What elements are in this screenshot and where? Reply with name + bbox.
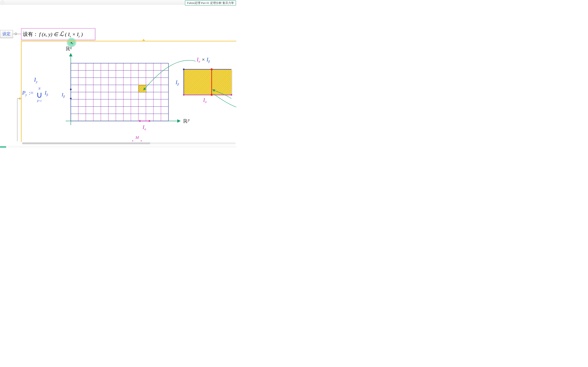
svg-point-44 [183, 94, 185, 96]
label-Py-definition: Py := N ∪ β=1 Iβ [22, 90, 48, 99]
svg-point-46 [211, 68, 213, 70]
svg-point-47 [211, 94, 213, 96]
main-diagram [0, 0, 236, 143]
bottom-bar [0, 146, 236, 148]
svg-rect-37 [184, 69, 231, 95]
label-Rp: ℝp [183, 118, 190, 124]
label-Ibeta-right: Iβ [176, 79, 179, 86]
svg-point-45 [231, 94, 232, 96]
label-M-bottom: M [135, 135, 139, 140]
scrollbar-thumb[interactable] [22, 142, 150, 144]
label-Rq: ℝq [66, 46, 72, 52]
svg-point-32 [70, 98, 72, 100]
label-Ibeta-left: Iβ [61, 92, 65, 98]
svg-point-31 [70, 89, 72, 90]
label-Ialpha-product: Iα [203, 97, 207, 104]
label-IaxIb: Iα × Iβ [197, 56, 210, 63]
svg-point-35 [148, 120, 150, 122]
horizontal-scrollbar[interactable] [22, 142, 236, 144]
svg-point-34 [139, 120, 141, 122]
label-Iy: Iy [34, 76, 37, 84]
label-Ialpha-bottom: Iα [143, 124, 146, 131]
svg-point-43 [183, 68, 185, 70]
bottom-accent [0, 146, 6, 148]
